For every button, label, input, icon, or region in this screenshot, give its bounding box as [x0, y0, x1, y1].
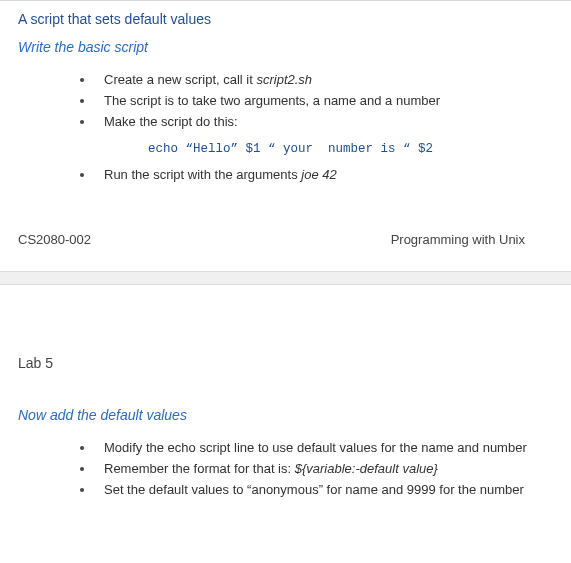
list-item: Run the script with the arguments joe 42 [80, 166, 553, 185]
text-pre: The script is to take two arguments, a n… [104, 93, 440, 108]
slide1-heading: A script that sets default values [18, 11, 553, 27]
slide-2: Now add the default values Modify the ec… [0, 407, 571, 526]
list-item: Remember the format for that is: ${varia… [80, 460, 553, 479]
text-pre: Remember the format for that is: [104, 461, 295, 476]
slide1-subheading: Write the basic script [18, 39, 553, 55]
slide2-bullets: Modify the echo script line to use defau… [80, 439, 553, 500]
text-pre: Create a new script, call it [104, 72, 256, 87]
slide1-bullets-a: Create a new script, call it script2.sh … [80, 71, 553, 132]
list-item: Make the script do this: [80, 113, 553, 132]
bullet-icon [80, 173, 84, 177]
text-pre: Modify the echo script line to use defau… [104, 440, 527, 455]
slide-1: A script that sets default values Write … [0, 0, 571, 271]
bullet-text: The script is to take two arguments, a n… [104, 92, 553, 111]
bullet-text: Remember the format for that is: ${varia… [104, 460, 553, 479]
slide-2-spacer: Lab 5 [0, 285, 571, 371]
text-pre: Run the script with the arguments [104, 167, 301, 182]
bullet-text: Modify the echo script line to use defau… [104, 439, 553, 458]
bullet-icon [80, 99, 84, 103]
slide1-bullets-b: Run the script with the arguments joe 42 [80, 166, 553, 185]
code-line: echo “Hello” $1 “ your number is “ $2 [148, 142, 553, 156]
bullet-icon [80, 488, 84, 492]
bullet-text: Run the script with the arguments joe 42 [104, 166, 553, 185]
bullet-text: Create a new script, call it script2.sh [104, 71, 553, 90]
list-item: Set the default values to “anonymous” fo… [80, 481, 553, 500]
text-italic: ${variable:-default value} [295, 461, 438, 476]
list-item: Modify the echo script line to use defau… [80, 439, 553, 458]
text-pre: Set the default values to “anonymous” fo… [104, 482, 524, 497]
bullet-icon [80, 467, 84, 471]
list-item: The script is to take two arguments, a n… [80, 92, 553, 111]
slide2-subheading: Now add the default values [18, 407, 553, 423]
text-pre: Make the script do this: [104, 114, 238, 129]
lab-label: Lab 5 [18, 355, 553, 371]
bullet-icon [80, 78, 84, 82]
bullet-icon [80, 446, 84, 450]
text-italic: joe 42 [301, 167, 336, 182]
bullet-text: Make the script do this: [104, 113, 553, 132]
bullet-text: Set the default values to “anonymous” fo… [104, 481, 553, 500]
text-italic: script2.sh [256, 72, 312, 87]
footer-left: CS2080-002 [18, 232, 91, 247]
bullet-icon [80, 120, 84, 124]
list-item: Create a new script, call it script2.sh [80, 71, 553, 90]
slide-gap [0, 271, 571, 285]
footer-right: Programming with Unix [391, 232, 525, 247]
slide1-footer: CS2080-002 Programming with Unix [18, 232, 553, 247]
